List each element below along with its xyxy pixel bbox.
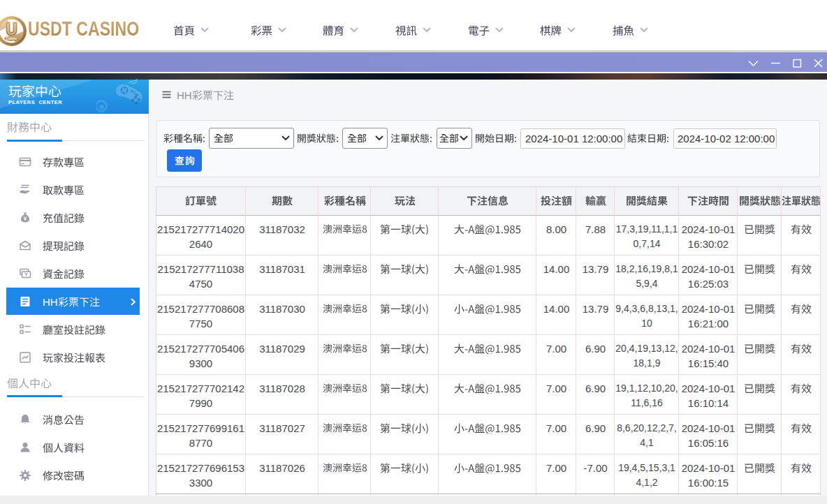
- svg-text:Casino: Casino: [6, 36, 17, 40]
